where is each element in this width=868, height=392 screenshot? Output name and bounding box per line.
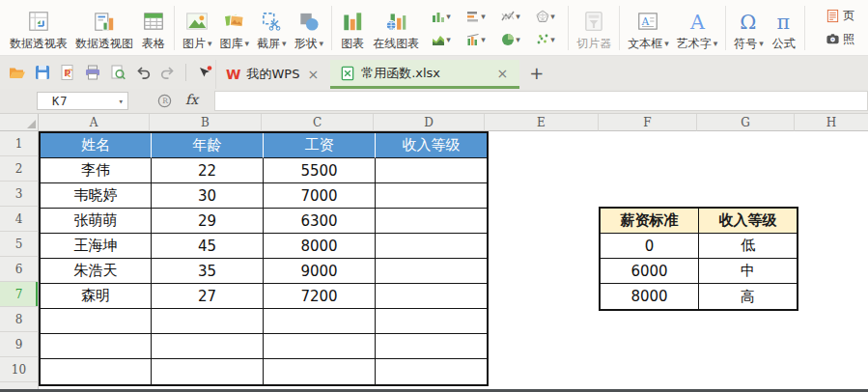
cell-D1[interactable]: 收入等级 [376,133,487,158]
mini-chart-bar-button[interactable]: ▾ [460,6,492,27]
cell-D7[interactable] [376,284,487,309]
symbol-button[interactable]: Ω 符号▾ [730,3,768,53]
cell-F5[interactable]: 0 [601,234,699,259]
row-header-5[interactable]: 5 [0,232,39,257]
cell-C7[interactable]: 7200 [264,284,376,309]
header-footer-button[interactable]: 页 [826,8,868,24]
cell-D9[interactable] [376,334,487,359]
pivot-table-button[interactable]: 数据透视表 [6,3,71,53]
column-header-C[interactable]: C [262,114,374,131]
tab-document[interactable]: 常用函数.xlsx × [330,60,519,89]
cell-C10[interactable] [264,359,376,384]
cell-B8[interactable] [152,309,264,334]
column-header-D[interactable]: D [374,114,485,131]
customize-pointer-icon[interactable] [195,64,213,82]
cell-B1[interactable]: 年龄 [152,133,264,158]
mini-chart-radar-button[interactable]: ▾ [529,6,562,27]
close-icon[interactable]: × [305,67,321,82]
export-pdf-icon[interactable]: P [58,64,76,82]
new-tab-button[interactable]: + [519,63,553,83]
row-header-2[interactable]: 2 [0,156,39,182]
cell-C5[interactable]: 8000 [264,234,376,259]
cell-A5[interactable]: 王海坤 [41,234,152,259]
column-header-E[interactable]: E [485,114,599,131]
cell-F6[interactable]: 6000 [601,259,699,284]
formula-input[interactable] [214,91,868,111]
camera-button[interactable]: 照 [826,31,868,47]
cell-C4[interactable]: 6300 [264,209,376,234]
cell-B3[interactable]: 30 [152,183,264,209]
column-header-F[interactable]: F [599,114,697,131]
row-header-8[interactable]: 8 [0,307,39,332]
cell-G7[interactable]: 高 [699,284,797,309]
select-all-corner[interactable] [0,114,39,131]
redo-icon[interactable] [158,64,177,82]
column-header-A[interactable]: A [39,114,150,131]
name-box[interactable]: K7 ▾ [37,92,128,110]
mini-chart-line-button[interactable]: ▾ [494,6,527,27]
cell-B7[interactable]: 27 [152,284,264,309]
cell-D8[interactable] [376,309,487,334]
table-button[interactable]: 表格 [137,3,170,53]
cell-C9[interactable] [264,334,376,359]
cell-A9[interactable] [41,334,152,359]
print-preview-icon[interactable] [108,64,126,82]
open-folder-icon[interactable] [8,64,26,82]
cell-B9[interactable] [152,334,264,359]
shapes-button[interactable]: 形状▾ [291,3,328,53]
print-icon[interactable] [83,64,101,82]
insert-function-button[interactable]: fx [185,92,198,107]
row-header-9[interactable]: 9 [0,332,39,357]
picture-button[interactable]: 图片▾ [179,3,216,53]
cell-D6[interactable] [376,259,487,284]
close-icon[interactable]: × [494,66,510,81]
cell-A8[interactable] [41,309,152,334]
cell-B10[interactable] [152,359,264,384]
row-header-1[interactable]: 1 [0,131,39,156]
cell-D10[interactable] [376,359,487,384]
cell-C8[interactable] [264,309,376,334]
mini-chart-combo-button[interactable]: ▾ [460,29,492,50]
row-header-7-selected[interactable]: 7 [0,282,39,307]
cell-D5[interactable] [376,234,487,259]
cell-B6[interactable]: 35 [152,259,264,284]
cell-A6[interactable]: 朱浩天 [41,259,152,284]
gallery-button[interactable]: 图库▾ [216,3,254,53]
cell-G6[interactable]: 中 [699,259,797,284]
mini-chart-column-button[interactable]: ▾ [425,6,458,27]
chevron-down-icon[interactable]: ▾ [119,97,127,106]
cell-D4[interactable] [376,209,487,234]
cell-A2[interactable]: 李伟 [41,158,152,183]
formula-button[interactable]: π 公式 [768,3,800,53]
row-header-6[interactable]: 6 [0,257,39,282]
save-icon[interactable] [33,64,51,82]
mini-chart-pie-button[interactable]: ▾ [494,29,527,50]
lookup-icon[interactable]: R [156,93,173,113]
cell-B5[interactable]: 45 [152,234,264,259]
cell-D3[interactable] [376,183,487,209]
cell-A4[interactable]: 张萌萌 [41,209,152,234]
cell-G4[interactable]: 收入等级 [699,209,797,234]
cell-A1[interactable]: 姓名 [41,133,152,158]
column-header-G[interactable]: G [697,114,795,131]
online-chart-button[interactable]: 在线图表 [369,3,423,53]
cell-B4[interactable]: 29 [152,209,264,234]
cell-B2[interactable]: 22 [152,158,264,183]
chart-button[interactable]: 图表 [336,3,369,53]
cell-F4[interactable]: 薪资标准 [601,209,699,234]
cell-C1[interactable]: 工资 [264,133,376,158]
tab-wps-home[interactable]: W 我的WPS × [215,60,330,89]
row-header-3[interactable]: 3 [0,182,39,207]
cell-A10[interactable] [41,359,152,384]
textbox-button[interactable]: A 文本框▾ [624,3,673,53]
pivot-chart-button[interactable]: 数据透视图 [71,3,137,53]
cell-A7[interactable]: 森明 [41,284,152,309]
undo-icon[interactable] [133,64,152,82]
cell-C6[interactable]: 9000 [264,259,376,284]
column-header-B[interactable]: B [150,114,262,131]
screenshot-button[interactable]: 截屏▾ [253,3,291,53]
cell-C2[interactable]: 5500 [264,158,376,183]
mini-chart-scatter-button[interactable]: ▾ [529,29,562,50]
cell-F7[interactable]: 8000 [601,284,699,309]
row-header-10[interactable]: 10 [0,357,39,382]
